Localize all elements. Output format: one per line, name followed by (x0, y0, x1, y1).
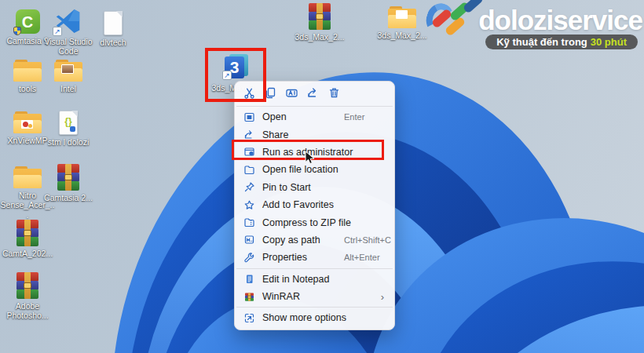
menu-item-properties[interactable]: Properties Alt+Enter (235, 249, 394, 266)
menu-item-label: Open (262, 111, 287, 122)
dolozi-logo-icon (431, 0, 478, 39)
folder-icon (243, 163, 255, 176)
menu-item-label: Add to Favorites (262, 199, 334, 210)
mouse-cursor (305, 151, 316, 165)
icon-label: 3ds_Max_2... (377, 31, 426, 40)
rar-archive-icon (16, 272, 38, 299)
folder-icon (54, 60, 82, 82)
submenu-chevron-icon: › (381, 291, 384, 303)
code-document-icon: {} (59, 111, 78, 135)
share-icon[interactable] (303, 84, 322, 103)
folder-icon (13, 166, 42, 188)
braces-glyph: {} (60, 116, 77, 127)
menu-separator (236, 268, 393, 269)
menu-item-label: Pin to Start (262, 182, 311, 193)
desktop-icon-intel[interactable]: Intel (41, 60, 96, 93)
pin-icon (243, 181, 255, 194)
xnview-logo (21, 120, 33, 129)
menu-item-copy-as-path[interactable]: Copy as path Ctrl+Shift+C (235, 231, 394, 249)
annotation-box-step3 (205, 48, 266, 102)
brand-tagline: Kỹ thuật đến trong30 phút (485, 35, 638, 49)
folder-icon (13, 111, 42, 133)
code-chip-icon (70, 126, 75, 132)
camtasia-icon: C (16, 9, 40, 34)
icon-label: Camtasia 2... (44, 193, 93, 202)
brand-name: doloziservice (478, 6, 642, 34)
camtasia-letter: C (22, 14, 33, 30)
wrench-icon (243, 251, 255, 264)
desktop-icon-3dsmax-folder[interactable]: 3ds_Max_2... (375, 6, 430, 40)
menu-item-label: Copy as path (262, 235, 320, 246)
context-menu: Open Enter Share Run as administrator Op… (234, 81, 395, 330)
menu-item-label: Edit in Notepad (262, 274, 329, 285)
menu-shortcut: Enter (344, 112, 364, 122)
brand-watermark: doloziservice Kỹ thuật đến trong30 phút (431, 0, 642, 49)
shortcut-arrow-icon: ↗ (53, 27, 62, 36)
desktop-icon-camta-rar[interactable]: CamtA_202... (0, 220, 55, 258)
open-icon (243, 111, 255, 123)
icon-label: CamtA_202... (2, 249, 53, 258)
folder-icon (13, 60, 42, 82)
menu-item-pin-to-start[interactable]: Pin to Start (235, 179, 394, 196)
menu-separator (236, 106, 393, 107)
menu-item-add-to-favorites[interactable]: Add to Favorites (235, 196, 394, 213)
menu-item-show-more-options[interactable]: Show more options (235, 309, 394, 326)
copy-path-icon (243, 234, 255, 246)
document-icon (104, 11, 123, 35)
menu-item-label: Share (262, 129, 288, 140)
desktop-icon-dlvtech[interactable]: dlvtech (86, 11, 141, 47)
menu-separator (236, 307, 393, 308)
icon-label: tools (19, 84, 36, 93)
desktop-icon-adobe-rar[interactable]: Adobe Photosho... (0, 272, 55, 321)
desktop-icon-3dsmax-rar[interactable]: 3ds_Max_2... (292, 3, 347, 42)
menu-item-label: Show more options (262, 312, 346, 323)
icon-label: dlvtech (100, 38, 126, 47)
menu-item-label: Open file location (262, 164, 338, 175)
folder-icon (388, 6, 416, 28)
vscode-icon: ↗ (55, 8, 82, 35)
delete-icon[interactable] (324, 84, 343, 103)
icon-label: 3ds_Max_2... (295, 32, 344, 42)
icon-label: Adobe Photosho... (0, 301, 55, 321)
menu-shortcut: Ctrl+Shift+C (344, 235, 391, 245)
show-more-options-icon (243, 311, 255, 324)
tagline-highlight: 30 phút (591, 36, 627, 48)
photo-thumbnail (61, 64, 74, 74)
menu-item-open[interactable]: Open Enter (235, 108, 394, 126)
notepad-icon (243, 273, 255, 286)
desktop-icon-camtasia-rar[interactable]: Camtasia 2... (41, 164, 96, 202)
zip-folder-icon (243, 217, 255, 229)
menu-item-label: WinRAR (262, 291, 300, 302)
uac-shield-icon (13, 27, 21, 35)
tagline-text: Kỹ thuật đến trong (496, 36, 587, 48)
icon-label: Intel (60, 84, 76, 93)
menu-item-label: Properties (262, 252, 307, 263)
rar-archive-icon (57, 164, 79, 191)
rar-archive-icon (309, 3, 331, 30)
winrar-icon (243, 290, 255, 303)
rar-archive-icon (16, 220, 38, 246)
icon-label: stm l dolozi (48, 137, 90, 147)
menu-shortcut: Alt+Enter (344, 253, 380, 262)
rename-icon[interactable] (282, 84, 301, 103)
file-preview (396, 10, 408, 19)
menu-item-label: Compress to ZIP file (262, 217, 351, 228)
desktop-icon-stm-dolozi[interactable]: {} stm l dolozi (41, 111, 96, 147)
star-icon (243, 198, 255, 211)
menu-item-edit-in-notepad[interactable]: Edit in Notepad (235, 271, 394, 288)
menu-item-winrar[interactable]: WinRAR › (235, 288, 394, 305)
menu-item-compress-to-zip[interactable]: Compress to ZIP file (235, 213, 394, 231)
